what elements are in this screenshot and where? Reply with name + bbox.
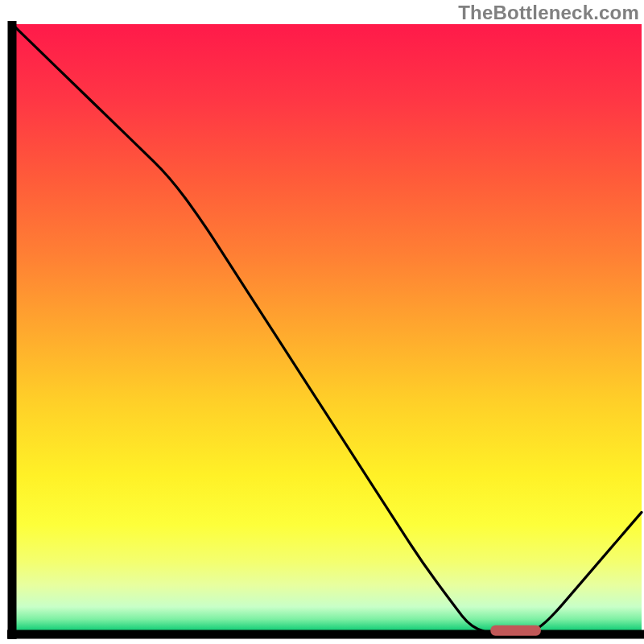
- chart-container: TheBottleneck.com: [0, 0, 644, 644]
- target-segment-marker: [490, 625, 541, 636]
- bottleneck-chart: [0, 0, 644, 644]
